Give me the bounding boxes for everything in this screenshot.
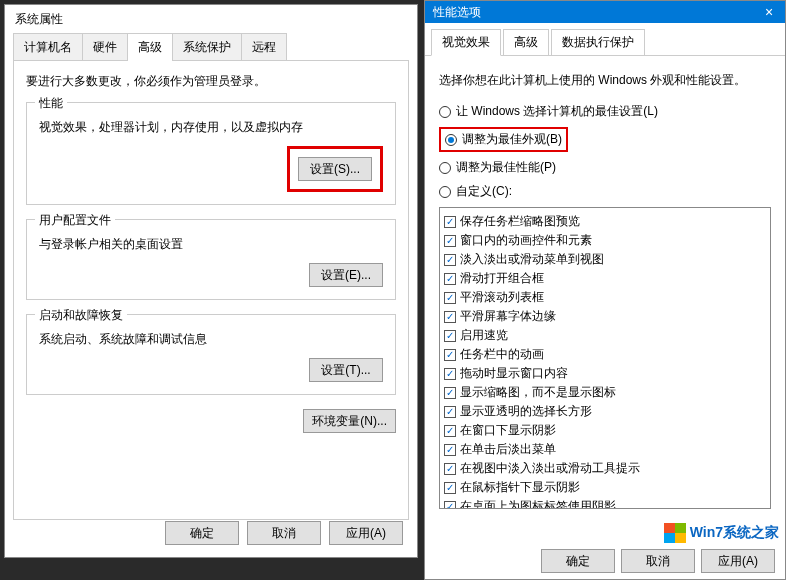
check-label: 平滑屏幕字体边缘: [460, 308, 556, 325]
checkbox-icon: [444, 482, 456, 494]
tab-remote[interactable]: 远程: [241, 33, 287, 61]
checkbox-icon: [444, 292, 456, 304]
radio-let-windows[interactable]: 让 Windows 选择计算机的最佳设置(L): [439, 103, 771, 120]
tab-body-advanced: 要进行大多数更改，你必须作为管理员登录。 性能 视觉效果，处理器计划，内存使用，…: [13, 60, 409, 520]
check-item[interactable]: 显示缩略图，而不是显示图标: [442, 383, 768, 402]
check-label: 窗口内的动画控件和元素: [460, 232, 592, 249]
radio-icon: [439, 186, 451, 198]
check-label: 滑动打开组合框: [460, 270, 544, 287]
check-item[interactable]: 保存任务栏缩略图预览: [442, 212, 768, 231]
checkbox-icon: [444, 235, 456, 247]
env-vars-button[interactable]: 环境变量(N)...: [303, 409, 396, 433]
radio-icon: [439, 162, 451, 174]
effects-checklist[interactable]: 保存任务栏缩略图预览窗口内的动画控件和元素淡入淡出或滑动菜单到视图滑动打开组合框…: [439, 207, 771, 509]
check-label: 保存任务栏缩略图预览: [460, 213, 580, 230]
settings-startup-button[interactable]: 设置(T)...: [309, 358, 383, 382]
check-item[interactable]: 平滑滚动列表框: [442, 288, 768, 307]
check-label: 任务栏中的动画: [460, 346, 544, 363]
tab-hardware[interactable]: 硬件: [82, 33, 128, 61]
cancel-button[interactable]: 取消: [247, 521, 321, 545]
radio-label: 调整为最佳外观(B): [462, 131, 562, 148]
radio-label: 自定义(C):: [456, 183, 512, 200]
check-label: 在鼠标指针下显示阴影: [460, 479, 580, 496]
check-item[interactable]: 在窗口下显示阴影: [442, 421, 768, 440]
radio-custom[interactable]: 自定义(C):: [439, 183, 771, 200]
check-label: 在视图中淡入淡出或滑动工具提示: [460, 460, 640, 477]
admin-message: 要进行大多数更改，你必须作为管理员登录。: [26, 73, 396, 90]
checkbox-icon: [444, 254, 456, 266]
check-item[interactable]: 拖动时显示窗口内容: [442, 364, 768, 383]
check-item[interactable]: 窗口内的动画控件和元素: [442, 231, 768, 250]
group-text-performance: 视觉效果，处理器计划，内存使用，以及虚拟内存: [39, 119, 383, 136]
highlight-box: 设置(S)...: [287, 146, 383, 192]
check-item[interactable]: 平滑屏幕字体边缘: [442, 307, 768, 326]
check-item[interactable]: 在单击后淡出菜单: [442, 440, 768, 459]
right-tabs: 视觉效果 高级 数据执行保护: [425, 23, 785, 56]
window-title: 系统属性: [5, 5, 417, 33]
checkbox-icon: [444, 311, 456, 323]
system-properties-window: 系统属性 计算机名 硬件 高级 系统保护 远程 要进行大多数更改，你必须作为管理…: [4, 4, 418, 558]
group-title-performance: 性能: [35, 95, 67, 112]
ok-button-right[interactable]: 确定: [541, 549, 615, 573]
tab-computer-name[interactable]: 计算机名: [13, 33, 83, 61]
group-performance: 性能 视觉效果，处理器计划，内存使用，以及虚拟内存 设置(S)...: [26, 102, 396, 205]
check-item[interactable]: 在鼠标指针下显示阴影: [442, 478, 768, 497]
group-text-startup: 系统启动、系统故障和调试信息: [39, 331, 383, 348]
check-label: 拖动时显示窗口内容: [460, 365, 568, 382]
settings-performance-button[interactable]: 设置(S)...: [298, 157, 372, 181]
tabs-row: 计算机名 硬件 高级 系统保护 远程: [13, 33, 409, 61]
checkbox-icon: [444, 368, 456, 380]
close-icon[interactable]: ×: [753, 1, 785, 23]
check-item[interactable]: 在视图中淡入淡出或滑动工具提示: [442, 459, 768, 478]
group-title-profile: 用户配置文件: [35, 212, 115, 229]
checkbox-icon: [444, 425, 456, 437]
tab-system-protection[interactable]: 系统保护: [172, 33, 242, 61]
checkbox-icon: [444, 444, 456, 456]
check-item[interactable]: 淡入淡出或滑动菜单到视图: [442, 250, 768, 269]
right-body: 选择你想在此计算机上使用的 Windows 外观和性能设置。 让 Windows…: [425, 56, 785, 519]
tab-visual-effects[interactable]: 视觉效果: [431, 29, 501, 56]
check-label: 在窗口下显示阴影: [460, 422, 556, 439]
check-item[interactable]: 滑动打开组合框: [442, 269, 768, 288]
check-label: 启用速览: [460, 327, 508, 344]
check-label: 在桌面上为图标标签使用阴影: [460, 498, 616, 509]
check-label: 显示缩略图，而不是显示图标: [460, 384, 616, 401]
checkbox-icon: [444, 387, 456, 399]
ok-button[interactable]: 确定: [165, 521, 239, 545]
apply-button[interactable]: 应用(A): [329, 521, 403, 545]
performance-options-window: 性能选项 × 视觉效果 高级 数据执行保护 选择你想在此计算机上使用的 Wind…: [424, 0, 786, 580]
group-startup-recovery: 启动和故障恢复 系统启动、系统故障和调试信息 设置(T)...: [26, 314, 396, 395]
check-item[interactable]: 显示亚透明的选择长方形: [442, 402, 768, 421]
checkbox-icon: [444, 349, 456, 361]
apply-button-right[interactable]: 应用(A): [701, 549, 775, 573]
cancel-button-right[interactable]: 取消: [621, 549, 695, 573]
tab-dep[interactable]: 数据执行保护: [551, 29, 645, 55]
tab-advanced[interactable]: 高级: [127, 33, 173, 61]
right-dialog-buttons: 确定 取消 应用(A): [541, 549, 775, 573]
group-title-startup: 启动和故障恢复: [35, 307, 127, 324]
checkbox-icon: [444, 330, 456, 342]
group-text-profile: 与登录帐户相关的桌面设置: [39, 236, 383, 253]
checkbox-icon: [444, 501, 456, 510]
group-user-profile: 用户配置文件 与登录帐户相关的桌面设置 设置(E)...: [26, 219, 396, 300]
tab-advanced-right[interactable]: 高级: [503, 29, 549, 55]
description: 选择你想在此计算机上使用的 Windows 外观和性能设置。: [439, 72, 771, 89]
check-item[interactable]: 在桌面上为图标标签使用阴影: [442, 497, 768, 509]
check-item[interactable]: 启用速览: [442, 326, 768, 345]
radio-best-appearance[interactable]: 调整为最佳外观(B): [439, 127, 568, 152]
settings-profile-button[interactable]: 设置(E)...: [309, 263, 383, 287]
checkbox-icon: [444, 463, 456, 475]
check-label: 显示亚透明的选择长方形: [460, 403, 592, 420]
dialog-buttons: 确定 取消 应用(A): [165, 521, 403, 545]
check-label: 平滑滚动列表框: [460, 289, 544, 306]
checkbox-icon: [444, 406, 456, 418]
radio-icon: [439, 106, 451, 118]
windows-flag-icon: [664, 523, 686, 543]
check-item[interactable]: 任务栏中的动画: [442, 345, 768, 364]
radio-label: 让 Windows 选择计算机的最佳设置(L): [456, 103, 658, 120]
title-text: 性能选项: [433, 5, 481, 19]
checkbox-icon: [444, 216, 456, 228]
watermark: Win7系统之家: [664, 523, 779, 543]
radio-best-performance[interactable]: 调整为最佳性能(P): [439, 159, 771, 176]
radio-icon: [445, 134, 457, 146]
